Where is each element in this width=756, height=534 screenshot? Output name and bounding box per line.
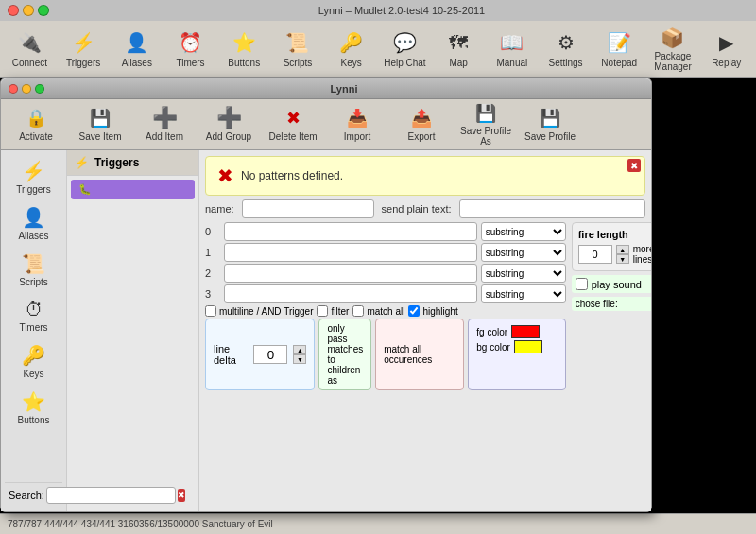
dialog-additem-btn[interactable]: ➕ Add Item (133, 102, 196, 147)
sidebar-item-keys[interactable]: 🔑 Keys (4, 338, 64, 385)
pattern-select-0[interactable]: substring regex begin of line exact matc… (481, 222, 566, 241)
match-all-box: match all occurences (375, 319, 464, 390)
fire-length-box: fire length ▲ ▼ more lines (572, 222, 651, 271)
toolbar-packagemanager[interactable]: 📦 Package Manager (647, 25, 699, 74)
pattern-input-1[interactable] (224, 243, 477, 262)
pattern-input-2[interactable] (224, 264, 477, 283)
pattern-select-2[interactable]: substring regex (481, 264, 566, 283)
dialog-export-btn[interactable]: 📤 Export (390, 102, 453, 147)
sidebar-scripts-icon: 📜 (22, 252, 45, 275)
toolbar-scripts[interactable]: 📜 Scripts (272, 25, 324, 74)
name-label: name: (205, 203, 234, 215)
toolbar-replay[interactable]: ▶ Replay (700, 25, 752, 74)
error-box: ✖ ✖ No patterns defined. (205, 156, 645, 196)
map-icon: 🗺 (445, 29, 472, 56)
minimize-button[interactable] (23, 5, 34, 16)
line-delta-up[interactable]: ▲ (293, 345, 306, 354)
toolbar-notepad[interactable]: 📝 Notepad (593, 25, 645, 74)
toolbar-settings[interactable]: ⚙ Settings (540, 25, 592, 74)
toolbar-aliases[interactable]: 👤 Aliases (111, 25, 163, 74)
trigger-item[interactable]: 🐛 (71, 180, 195, 199)
dialog-import-btn[interactable]: 📥 Import (326, 102, 388, 147)
toolbar-buttons[interactable]: ⭐ Buttons (218, 25, 270, 74)
line-delta-down[interactable]: ▼ (293, 354, 306, 364)
sidebar-item-scripts[interactable]: 📜 Scripts (4, 247, 64, 293)
toolbar-triggers[interactable]: ⚡ Triggers (58, 25, 110, 74)
sidebar-triggers-label: Triggers (16, 184, 50, 195)
maximize-button[interactable] (38, 5, 49, 16)
bg-color-label: bg color (476, 342, 510, 353)
toolbar-keys[interactable]: 🔑 Keys (325, 25, 377, 74)
dialog-saveprofileas-btn[interactable]: 💾 Save Profile As (455, 102, 517, 147)
sidebar-item-aliases[interactable]: 👤 Aliases (4, 200, 64, 247)
option-multiline: multiline / AND Trigger (205, 305, 313, 317)
close-button[interactable] (8, 5, 19, 16)
window-title: Lynni – Mudlet 2.0-test4 10-25-2011 (55, 5, 748, 16)
toolbar-timers[interactable]: ⏰ Timers (164, 25, 216, 74)
fire-length-input[interactable] (578, 245, 612, 264)
pattern-num-0: 0 (205, 226, 220, 237)
saveitem-icon: 💾 (89, 107, 112, 129)
sidebar-timers-icon: ⏱ (25, 299, 43, 320)
additem-icon: ➕ (153, 107, 176, 129)
name-input[interactable] (242, 199, 374, 218)
fg-color-swatch[interactable] (511, 325, 540, 338)
highlight-checkbox[interactable] (408, 305, 420, 317)
connect-icon: 🔌 (16, 29, 43, 56)
dialog-max-button[interactable] (35, 84, 44, 94)
toolbar-keys-label: Keys (341, 58, 362, 68)
dialog-deleteitem-btn[interactable]: ✖ Delete Item (262, 102, 324, 147)
toolbar-helpchat-label: Help Chat (384, 58, 425, 68)
window-controls[interactable] (8, 5, 49, 16)
error-close-button[interactable]: ✖ (627, 159, 641, 172)
error-text: No patterns defined. (241, 169, 343, 182)
line-delta-input[interactable] (253, 345, 287, 364)
sidebar-item-timers[interactable]: ⏱ Timers (4, 293, 64, 338)
dialog-activate-btn[interactable]: 🔒 Activate (5, 102, 67, 147)
pattern-num-2: 2 (205, 267, 220, 279)
dialog-title-bar: Lynni (1, 78, 651, 99)
sidebar-item-triggers[interactable]: ⚡ Triggers (4, 154, 64, 200)
pattern-num-3: 3 (205, 288, 220, 300)
toolbar-connect[interactable]: 🔌 Connect (4, 25, 56, 74)
pattern-input-0[interactable] (224, 222, 477, 241)
pattern-input-3[interactable] (224, 284, 477, 303)
activate-label: Activate (19, 131, 53, 142)
matchall-checkbox[interactable] (352, 305, 364, 317)
dialog-body: ⚡ Triggers 👤 Aliases 📜 Scripts ⏱ Timers … (1, 150, 651, 511)
toolbar-manual[interactable]: 📖 Manual (486, 25, 538, 74)
sidebar-aliases-label: Aliases (18, 231, 48, 241)
dialog-min-button[interactable] (22, 84, 31, 94)
toolbar-helpchat[interactable]: 💬 Help Chat (379, 25, 431, 74)
main-content: ✖ ✖ No patterns defined. name: send plai… (199, 150, 651, 511)
toolbar-map[interactable]: 🗺 Map (433, 25, 485, 74)
dialog-saveitem-btn[interactable]: 💾 Save Item (69, 102, 131, 147)
triggers-header: ⚡ Triggers (67, 150, 198, 176)
dialog-saveprofile-btn[interactable]: 💾 Save Profile (519, 102, 581, 147)
toolbar-connect-label: Connect (12, 58, 47, 68)
dialog-addgroup-btn[interactable]: ➕ Add Group (198, 102, 260, 147)
play-sound-checkbox[interactable] (576, 278, 588, 290)
search-input[interactable] (46, 487, 176, 504)
activate-icon: 🔒 (25, 107, 47, 129)
filter-checkbox[interactable] (317, 305, 328, 317)
triggers-header-label: Triggers (94, 156, 139, 169)
search-clear-button[interactable]: ✖ (178, 489, 185, 502)
dialog-title-controls (9, 84, 44, 94)
deleteitem-label: Delete Item (268, 131, 317, 142)
pattern-select-3[interactable]: substring regex (481, 284, 566, 303)
send-plain-input[interactable] (459, 199, 645, 218)
fire-length-up[interactable]: ▲ (616, 245, 629, 254)
patterns-area: 0 substring regex begin of line exact ma… (205, 222, 645, 390)
multiline-checkbox[interactable] (205, 305, 216, 317)
pattern-select-1[interactable]: substring regex (481, 243, 566, 262)
matchall-label: match all (367, 306, 404, 317)
option-highlight: highlight (408, 305, 457, 317)
addgroup-label: Add Group (206, 131, 251, 142)
fire-length-down[interactable]: ▼ (616, 254, 629, 264)
bg-color-swatch[interactable] (514, 340, 542, 353)
sidebar-item-buttons[interactable]: ⭐ Buttons (4, 385, 64, 431)
fire-length-spinner: ▲ ▼ (616, 245, 629, 264)
dialog-close-button[interactable] (9, 84, 18, 94)
line-delta-box: line delta ▲ ▼ (205, 319, 315, 390)
